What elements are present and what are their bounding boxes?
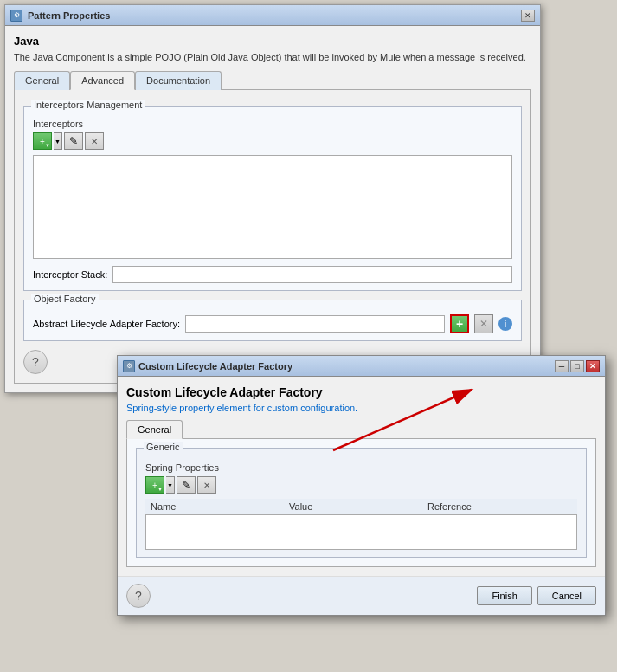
spring-props-table-header: Name Value Reference xyxy=(145,499,577,515)
tab-content-advanced: Interceptors Management Interceptors + ▼… xyxy=(14,89,531,384)
section-desc: The Java Component is a simple POJO (Pla… xyxy=(14,51,531,64)
dialog-controls: ─ □ ✕ xyxy=(555,360,600,372)
object-factory-group: Object Factory Abstract Lifecycle Adapte… xyxy=(23,300,522,341)
titlebar-left: ⚙ Pattern Properties xyxy=(10,10,110,22)
delete-interceptor-button[interactable]: ✕ xyxy=(85,132,104,150)
interceptors-label: Interceptors xyxy=(33,119,512,129)
dialog-body: Custom Lifecycle Adapter Factory Spring-… xyxy=(118,377,605,576)
interceptors-toolbar: + ▼ ✎ ✕ xyxy=(33,132,512,150)
dialog-generic-title: Generic xyxy=(144,442,183,452)
interceptor-stack-label: Interceptor Stack: xyxy=(33,269,107,280)
window-body: Java The Java Component is a simple POJO… xyxy=(5,26,540,392)
window-titlebar: ⚙ Pattern Properties ✕ xyxy=(5,5,540,26)
interceptors-group: Interceptors Management Interceptors + ▼… xyxy=(23,106,522,291)
dialog-icon: ⚙ xyxy=(123,360,135,372)
dialog-description: Spring-style property element for custom… xyxy=(126,403,596,413)
dialog-tab-content: Generic Spring Properties + ▼ ✎ ✕ Name V… xyxy=(126,438,596,567)
section-title: Java xyxy=(14,35,531,48)
add-dropdown-arrow[interactable]: ▼ xyxy=(54,132,62,150)
dialog-titlebar: ⚙ Custom Lifecycle Adapter Factory ─ □ ✕ xyxy=(118,356,605,377)
col-ref-header: Reference xyxy=(427,501,572,512)
dialog-maximize-button[interactable]: □ xyxy=(570,360,584,372)
tab-advanced[interactable]: Advanced xyxy=(70,71,135,90)
interceptor-stack-row: Interceptor Stack: xyxy=(33,266,512,283)
col-value-header: Value xyxy=(289,501,427,512)
tab-documentation[interactable]: Documentation xyxy=(135,71,222,90)
clear-factory-button[interactable]: ✕ xyxy=(474,314,493,333)
interceptors-list xyxy=(33,155,512,259)
dialog-titlebar-left: ⚙ Custom Lifecycle Adapter Factory xyxy=(123,360,292,372)
custom-lifecycle-dialog: ⚙ Custom Lifecycle Adapter Factory ─ □ ✕… xyxy=(117,355,606,616)
dialog-title: Custom Lifecycle Adapter Factory xyxy=(138,361,292,372)
dialog-section-title: Custom Lifecycle Adapter Factory xyxy=(126,385,596,399)
window-title: Pattern Properties xyxy=(28,10,110,21)
pattern-properties-window: ⚙ Pattern Properties ✕ Java The Java Com… xyxy=(4,4,541,393)
dialog-footer-buttons: Finish Cancel xyxy=(477,586,596,605)
delete-spring-prop-button[interactable]: ✕ xyxy=(197,476,216,494)
spring-props-table-body xyxy=(145,515,577,550)
finish-button[interactable]: Finish xyxy=(477,586,531,605)
edit-spring-prop-button[interactable]: ✎ xyxy=(177,476,196,494)
col-name-header: Name xyxy=(151,501,289,512)
dialog-tab-general[interactable]: General xyxy=(126,420,183,439)
add-interceptor-button[interactable]: + xyxy=(33,132,52,150)
window-icon: ⚙ xyxy=(10,10,22,22)
dialog-minimize-button[interactable]: ─ xyxy=(555,360,569,372)
add-spring-dropdown[interactable]: ▼ xyxy=(166,476,175,494)
spring-props-toolbar: + ▼ ✎ ✕ xyxy=(145,476,577,494)
interceptors-group-title: Interceptors Management xyxy=(31,100,145,110)
spring-properties-title: Spring Properties xyxy=(145,462,577,473)
close-button[interactable]: ✕ xyxy=(521,10,535,22)
cancel-button[interactable]: Cancel xyxy=(537,586,596,605)
tab-general[interactable]: General xyxy=(14,71,70,90)
object-factory-title: Object Factory xyxy=(31,294,99,304)
add-spring-prop-button[interactable]: + xyxy=(145,476,164,494)
tabs: General Advanced Documentation xyxy=(14,71,531,90)
help-button[interactable]: ? xyxy=(23,350,48,374)
window-controls: ✕ xyxy=(521,10,535,22)
edit-interceptor-button[interactable]: ✎ xyxy=(64,132,83,150)
dialog-close-button[interactable]: ✕ xyxy=(586,360,600,372)
add-factory-button[interactable]: + xyxy=(450,314,469,333)
abstract-factory-label: Abstract Lifecycle Adapter Factory: xyxy=(33,319,180,329)
dialog-tabs: General xyxy=(126,420,596,439)
factory-info-button[interactable]: i xyxy=(498,317,512,331)
dialog-help-button[interactable]: ? xyxy=(126,584,151,608)
abstract-factory-row: Abstract Lifecycle Adapter Factory: + ✕ … xyxy=(33,314,512,333)
dialog-footer: ? Finish Cancel xyxy=(118,576,605,615)
abstract-factory-input[interactable] xyxy=(185,315,445,333)
dialog-generic-group: Generic Spring Properties + ▼ ✎ ✕ Name V… xyxy=(136,448,587,558)
interceptor-stack-input[interactable] xyxy=(112,266,512,283)
